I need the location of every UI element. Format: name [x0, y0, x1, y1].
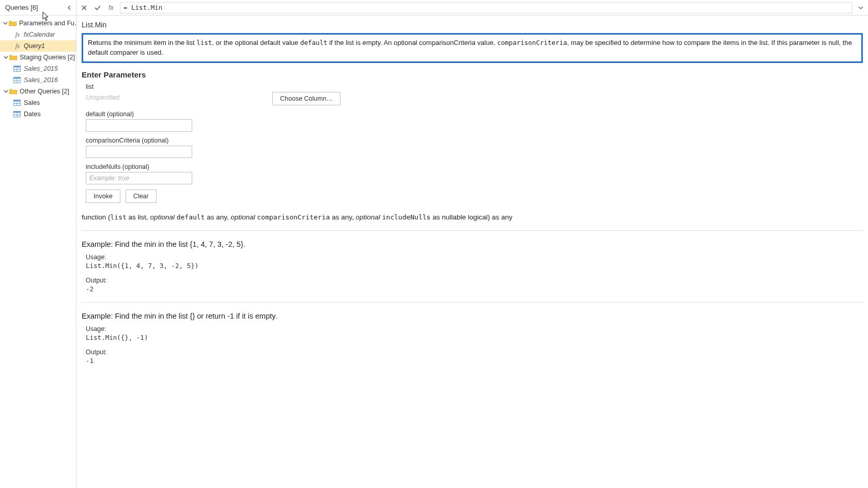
formula-input[interactable]	[120, 2, 853, 13]
desc-code: default	[300, 39, 328, 46]
param-input-includenulls[interactable]	[86, 172, 192, 184]
queries-pane-header: Queries [6]	[0, 0, 76, 15]
param-includenulls: includeNulls (optional)	[82, 163, 863, 184]
table-icon	[13, 111, 21, 117]
example-block: Example: Find the min in the list {1, 4,…	[82, 240, 863, 293]
sig-text: as any,	[330, 213, 355, 221]
expand-toggle-icon[interactable]	[3, 89, 8, 94]
example-usage-label: Usage:	[82, 254, 863, 261]
formula-commit-icon[interactable]	[93, 3, 102, 12]
query-group-label: Staging Queries [2]	[20, 54, 75, 61]
example-output-label: Output:	[82, 277, 863, 284]
query-item-sales2015[interactable]: Sales_2015	[0, 63, 76, 74]
enter-parameters-heading: Enter Parameters	[82, 70, 863, 79]
query-item-label: fxCalendar	[24, 31, 55, 38]
example-title: Example: Find the min in the list {} or …	[82, 312, 863, 320]
expand-toggle-icon[interactable]	[3, 21, 8, 26]
sig-param: list	[111, 213, 127, 221]
divider	[82, 230, 863, 231]
folder-icon	[9, 20, 17, 27]
example-title: Example: Find the min in the list {1, 4,…	[82, 240, 863, 248]
divider	[82, 302, 863, 303]
sig-text: as nullable logical) as any	[430, 213, 512, 221]
folder-icon	[9, 88, 18, 95]
table-icon	[13, 100, 21, 106]
desc-text: Returns the minimum item in the list	[88, 39, 196, 46]
sig-keyword: optional	[230, 213, 257, 221]
sig-param: includeNulls	[382, 213, 431, 221]
example-block: Example: Find the min in the list {} or …	[82, 312, 863, 365]
query-item-sales[interactable]: Sales	[0, 97, 76, 108]
query-item-sales2016[interactable]: Sales_2016	[0, 74, 76, 86]
param-comparison: comparisonCriteria (optional)	[82, 137, 863, 158]
fx-icon: fx	[106, 4, 116, 11]
formula-cancel-icon[interactable]	[80, 3, 89, 12]
example-usage-code: List.Min({}, -1)	[82, 334, 863, 341]
query-item-label: Sales	[24, 99, 40, 106]
sig-keyword: optional	[355, 213, 382, 221]
desc-text: if the list is empty. An optional compar…	[328, 39, 498, 46]
query-group-label: Parameters and Fu…	[19, 20, 76, 27]
query-item-fxcalendar[interactable]: fx fxCalendar	[0, 29, 76, 40]
query-item-label: Query1	[24, 42, 45, 50]
param-list-placeholder: Unspecified	[86, 93, 192, 104]
param-label-includenulls: includeNulls (optional)	[86, 163, 863, 170]
fx-icon: fx	[13, 31, 22, 39]
sig-keyword: optional	[150, 213, 177, 221]
choose-column-button[interactable]: Choose Column…	[272, 92, 340, 105]
fx-icon: fx	[13, 42, 22, 50]
example-output-label: Output:	[82, 349, 863, 356]
example-output-code: -1	[82, 357, 863, 365]
query-item-dates[interactable]: Dates	[0, 108, 76, 120]
queries-pane: Queries [6] Parameters and Fu… fx fxCale…	[0, 0, 76, 488]
param-label-list: list	[86, 83, 863, 90]
function-doc: List.Min Returns the minimum item in the…	[76, 15, 868, 488]
desc-code: list	[196, 39, 212, 46]
formula-expand-icon[interactable]	[857, 6, 865, 10]
formula-bar: fx	[76, 0, 868, 15]
work-area: fx List.Min Returns the minimum item in …	[76, 0, 868, 488]
folder-icon	[9, 54, 18, 61]
function-signature: function (list as list, optional default…	[82, 213, 863, 221]
param-label-default: default (optional)	[86, 111, 863, 118]
query-item-label: Sales_2015	[24, 65, 58, 72]
table-icon	[13, 77, 21, 83]
clear-button[interactable]: Clear	[126, 190, 157, 203]
table-icon	[13, 66, 21, 72]
query-group-other[interactable]: Other Queries [2]	[0, 86, 76, 97]
query-group-label: Other Queries [2]	[20, 88, 69, 95]
param-default: default (optional)	[82, 111, 863, 132]
invoke-button[interactable]: Invoke	[86, 190, 120, 203]
queries-collapse-icon[interactable]	[66, 4, 73, 11]
example-usage-label: Usage:	[82, 325, 863, 333]
sig-param: comparisonCriteria	[257, 213, 330, 221]
function-name-heading: List.Min	[82, 19, 863, 33]
param-list: list Unspecified Choose Column…	[82, 83, 863, 105]
sig-text: as any,	[205, 213, 230, 221]
query-item-query1[interactable]: fx Query1	[0, 40, 76, 52]
param-input-default[interactable]	[86, 119, 192, 132]
desc-code: comparisonCriteria	[497, 39, 567, 46]
sig-text: as list,	[127, 213, 150, 221]
expand-toggle-icon[interactable]	[3, 55, 8, 60]
queries-pane-title: Queries [6]	[5, 4, 38, 11]
sig-param: default	[177, 213, 205, 221]
query-group-parameters[interactable]: Parameters and Fu…	[0, 18, 76, 29]
sig-text: function (	[82, 213, 111, 221]
example-usage-code: List.Min({1, 4, 7, 3, -2, 5})	[82, 262, 863, 270]
query-item-label: Dates	[24, 111, 41, 118]
queries-tree: Parameters and Fu… fx fxCalendar fx Quer…	[0, 15, 76, 120]
param-label-comparison: comparisonCriteria (optional)	[86, 137, 863, 144]
function-description-callout: Returns the minimum item in the list lis…	[82, 33, 863, 63]
example-output-code: -2	[82, 285, 863, 293]
query-group-staging[interactable]: Staging Queries [2]	[0, 52, 76, 63]
desc-text: , or the optional default value	[212, 39, 300, 46]
param-button-row: Invoke Clear	[82, 190, 863, 203]
param-input-comparison[interactable]	[86, 146, 192, 158]
query-item-label: Sales_2016	[24, 76, 58, 84]
